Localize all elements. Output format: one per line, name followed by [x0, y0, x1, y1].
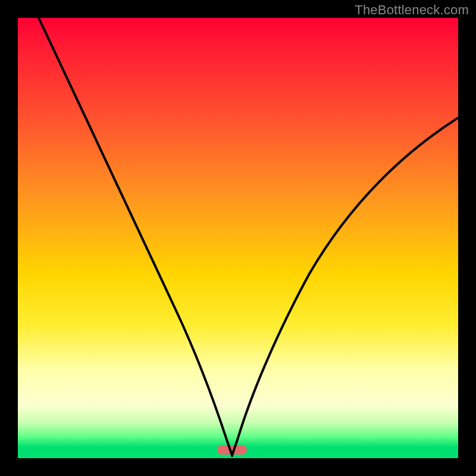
bottleneck-curves: [18, 18, 458, 458]
chart-frame: TheBottleneck.com: [0, 0, 476, 476]
curve-left: [39, 18, 232, 456]
watermark-text: TheBottleneck.com: [355, 2, 469, 18]
plot-area: [18, 18, 458, 458]
curve-right: [232, 118, 458, 456]
